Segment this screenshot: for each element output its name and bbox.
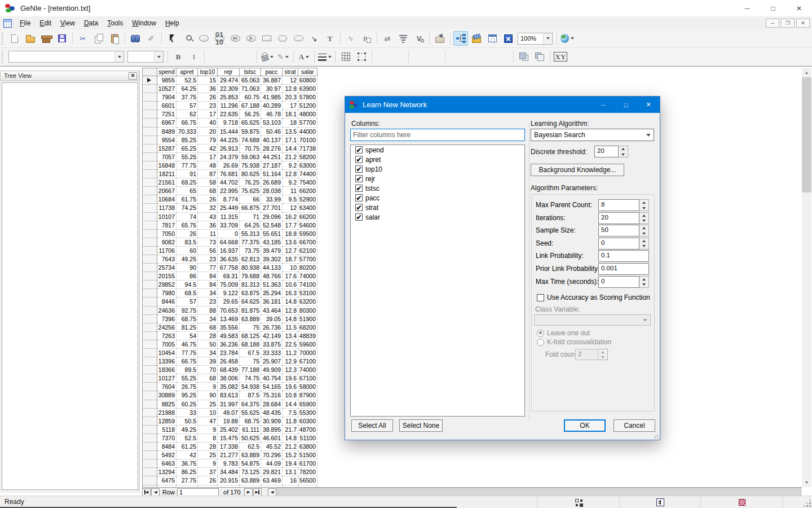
first-row-button[interactable]: ◀: [142, 488, 151, 496]
spin-up-icon[interactable]: [639, 200, 648, 205]
cell[interactable]: 7817: [157, 221, 176, 230]
properties-window-button[interactable]: [485, 31, 500, 46]
cell[interactable]: 63.889: [240, 476, 261, 485]
cell[interactable]: 26: [198, 476, 218, 485]
cell[interactable]: 39.05: [261, 315, 283, 323]
cell[interactable]: 88: [198, 306, 218, 315]
table-row[interactable]: 70502611055.31355.65118.859500: [143, 230, 317, 238]
cell[interactable]: 60.75: [240, 93, 261, 102]
spin-up-icon[interactable]: [639, 277, 648, 282]
vertical-scrollbar[interactable]: ▲ ▼: [802, 68, 811, 487]
table-row[interactable]: 955485.257944.22574.68840.13717.170100: [143, 136, 317, 144]
cell[interactable]: 36: [198, 85, 218, 93]
cell[interactable]: 19.4: [283, 459, 298, 468]
column-header-strat[interactable]: strat: [283, 68, 298, 76]
cell[interactable]: 75.316: [261, 391, 283, 400]
cell[interactable]: 66200: [298, 213, 317, 221]
table-row[interactable]: 20155868469.3179.68848.76617.674000: [143, 272, 317, 281]
update-beliefs-button[interactable]: ϟ: [343, 31, 358, 46]
cell[interactable]: 68.188: [240, 340, 261, 349]
cell[interactable]: 0: [218, 230, 240, 238]
cell[interactable]: 65: [176, 187, 198, 195]
spin-down-icon[interactable]: [639, 205, 648, 211]
cell[interactable]: 80300: [298, 306, 317, 315]
cell[interactable]: 54.875: [240, 459, 261, 468]
table-row[interactable]: 10107744311.3157129.09616.266200: [143, 213, 317, 221]
cell[interactable]: 14.4: [283, 400, 298, 409]
chevron-down-icon[interactable]: [154, 51, 163, 62]
row-header[interactable]: [143, 102, 157, 110]
table-row[interactable]: 781765.753633.70964.2552.54817.754600: [143, 221, 317, 230]
cell[interactable]: 7050: [157, 230, 176, 238]
cell[interactable]: 7251: [157, 110, 176, 119]
cell[interactable]: 15.2: [283, 451, 298, 459]
cell[interactable]: 68: [198, 187, 218, 195]
cell[interactable]: 7604: [157, 383, 176, 391]
cell[interactable]: 48839: [298, 332, 317, 340]
cell[interactable]: 44.251: [261, 153, 283, 161]
cell[interactable]: 74.75: [240, 374, 261, 383]
cell[interactable]: 66700: [298, 238, 317, 247]
cell[interactable]: 80.938: [240, 264, 261, 272]
cell[interactable]: 87.5: [240, 391, 261, 400]
table-row[interactable]: 985552.51529.47465.06336.8871260800: [143, 76, 317, 85]
tree-view-header[interactable]: Tree View ✕: [0, 71, 139, 81]
table-row[interactable]: 3088995.259083.61387.575.31610.887900: [143, 391, 317, 400]
cell[interactable]: 6967: [157, 119, 176, 127]
cell[interactable]: 51200: [298, 102, 317, 110]
table-row[interactable]: 1173874.253225.44966.87527.7011263400: [143, 204, 317, 212]
row-header[interactable]: [143, 221, 157, 230]
cell[interactable]: 36.635: [218, 255, 240, 264]
table-row[interactable]: 18211918776.68180.62551.16412.874400: [143, 170, 317, 178]
cell[interactable]: 7370: [157, 434, 176, 443]
cell[interactable]: 10107: [157, 213, 176, 221]
row-header[interactable]: [143, 468, 157, 476]
cell[interactable]: 8.774: [218, 195, 240, 204]
cell[interactable]: 40: [198, 119, 218, 127]
arc-tool-button[interactable]: ↘: [307, 31, 321, 46]
row-header[interactable]: [143, 323, 157, 332]
bring-to-front-button[interactable]: [517, 50, 531, 64]
row-header[interactable]: [143, 161, 157, 170]
cell[interactable]: 71.063: [240, 85, 261, 93]
table-row[interactable]: 511849.25925.40261.11138.89521.748700: [143, 426, 317, 434]
snap-to-grid-button[interactable]: [354, 50, 369, 64]
cell[interactable]: 9.2: [283, 161, 298, 170]
table-row[interactable]: 7251621722.63556.2546.7818.148000: [143, 110, 317, 119]
menu-tools[interactable]: Tools: [103, 17, 127, 29]
menu-window[interactable]: Window: [127, 17, 161, 29]
param-input-seed[interactable]: 0: [598, 238, 649, 249]
mdi-minimize-icon[interactable]: ─: [766, 19, 779, 28]
cell[interactable]: 18.8: [283, 230, 298, 238]
cell[interactable]: 16848: [157, 161, 176, 170]
close-icon[interactable]: ✕: [129, 72, 137, 80]
cell[interactable]: 85.25: [176, 136, 198, 144]
cell[interactable]: 76.681: [218, 170, 240, 178]
cell[interactable]: 21988: [157, 409, 176, 417]
cell[interactable]: 25.853: [218, 93, 240, 102]
highlighter-button[interactable]: ✐: [144, 31, 158, 46]
maximize-icon[interactable]: □: [760, 0, 786, 17]
column-item-tstsc[interactable]: ✔tstsc: [351, 183, 524, 193]
dialog-maximize-icon[interactable]: □: [615, 97, 637, 113]
row-header[interactable]: [143, 204, 157, 212]
cell[interactable]: 80200: [298, 264, 317, 272]
align-objects-left-button[interactable]: [375, 50, 390, 64]
table-row[interactable]: 646336.7599.78354.87544.0919.461700: [143, 459, 317, 468]
cell[interactable]: 91: [176, 170, 198, 178]
cell[interactable]: 7643: [157, 255, 176, 264]
param-input-link-probability[interactable]: 0.1: [598, 250, 649, 262]
cell[interactable]: 70: [198, 366, 218, 374]
cell[interactable]: 8: [198, 434, 218, 443]
cell[interactable]: 8489: [157, 128, 176, 136]
cell[interactable]: 30.97: [261, 85, 283, 93]
cell[interactable]: 55.25: [176, 374, 198, 383]
cell[interactable]: 75.625: [240, 187, 261, 195]
cancel-button[interactable]: Cancel: [614, 419, 655, 432]
spin-up-icon[interactable]: [619, 146, 628, 152]
probability-tool-button[interactable]: P: [359, 31, 374, 46]
cell[interactable]: 65.75: [176, 221, 198, 230]
cell[interactable]: 25.907: [261, 357, 283, 366]
mdi-restore-icon[interactable]: ❐: [781, 19, 795, 28]
param-input-max-time-seconds[interactable]: 0: [598, 276, 649, 288]
